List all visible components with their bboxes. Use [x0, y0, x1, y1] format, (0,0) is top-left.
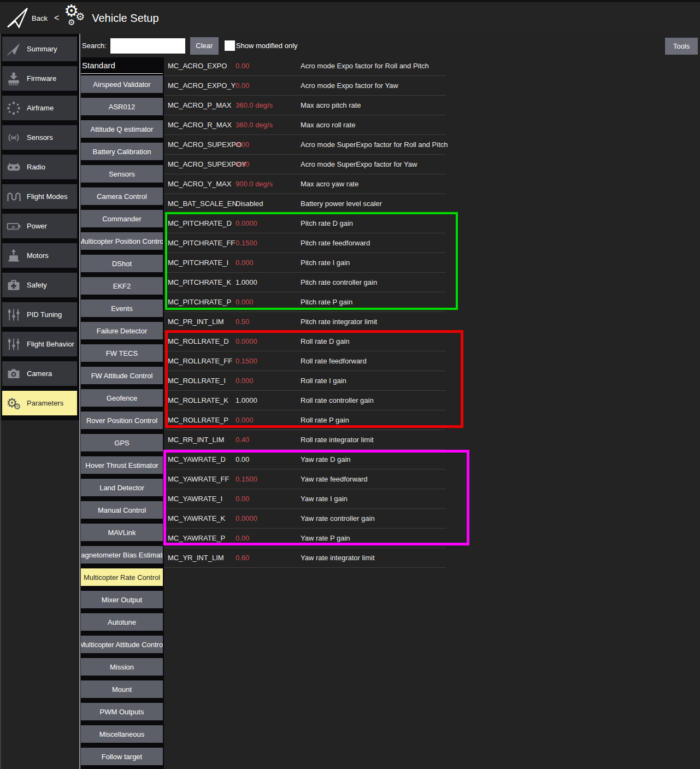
category-autotune[interactable]: Autotune	[81, 613, 163, 631]
category-events[interactable]: Events	[81, 300, 163, 317]
category-pwm-outputs[interactable]: PWM Outputs	[81, 703, 163, 720]
sidebar-item-safety[interactable]: Safety	[2, 273, 77, 297]
sidebar-item-flight-modes[interactable]: Flight Modes	[2, 184, 77, 209]
category-gps[interactable]: GPS	[81, 434, 163, 451]
parameter-row-mc-rollrate-ff[interactable]: MC_ROLLRATE_FF0.1500Roll rate feedforwar…	[164, 351, 446, 371]
parameter-name: MC_PITCHRATE_P	[168, 298, 236, 306]
clear-button[interactable]: Clear	[190, 37, 219, 55]
category-rover-position-control[interactable]: Rover Position Control	[81, 412, 163, 429]
search-input[interactable]	[110, 38, 185, 54]
parameter-row-mc-pitchrate-i[interactable]: MC_PITCHRATE_I0.000Pitch rate I gain	[164, 253, 446, 273]
parameter-name: MC_PITCHRATE_I	[168, 259, 236, 267]
parameter-row-mc-acro-expo-y[interactable]: MC_ACRO_EXPO_Y0.00Acro mode Expo factor …	[164, 76, 446, 96]
sidebar-item-radio[interactable]: Radio	[2, 155, 77, 179]
category-geofence[interactable]: Geofence	[81, 389, 163, 407]
parameter-value: 360.0 deg/s	[236, 121, 301, 129]
parameter-value: 1.0000	[236, 396, 301, 404]
parameter-search-bar: Search: Clear Show modified only Tools	[81, 34, 700, 57]
parameter-row-mc-rollrate-d[interactable]: MC_ROLLRATE_D0.0000Roll rate D gain	[164, 332, 446, 351]
parameter-row-mc-yr-int-lim[interactable]: MC_YR_INT_LIM0.60Yaw rate integrator lim…	[164, 548, 446, 568]
parameter-description: Yaw rate I gain	[301, 495, 348, 503]
category-fw-attitude-control[interactable]: FW Attitude Control	[81, 367, 163, 384]
category-sensors[interactable]: Sensors	[81, 165, 163, 183]
category-mount[interactable]: Mount	[81, 680, 163, 698]
parameter-row-mc-yawrate-ff[interactable]: MC_YAWRATE_FF0.1500Yaw rate feedforward	[164, 469, 446, 489]
parameter-row-mc-pitchrate-ff[interactable]: MC_PITCHRATE_FF0.1500Pitch rate feedforw…	[164, 233, 446, 253]
category-multicopter-attitude-control[interactable]: Multicopter Attitude Control	[81, 636, 163, 653]
parameter-description: Yaw rate feedforward	[301, 475, 368, 483]
vehicle-setup-gears-icon: ⚙⚙⚙	[63, 5, 87, 31]
category-ekf2[interactable]: EKF2	[81, 277, 163, 295]
category-mission[interactable]: Mission	[81, 658, 163, 676]
parameter-row-mc-yawrate-p[interactable]: MC_YAWRATE_P0.00Yaw rate P gain	[164, 529, 446, 548]
category-mixer-output[interactable]: Mixer Output	[81, 591, 163, 608]
category-dshot[interactable]: DShot	[81, 255, 163, 272]
sidebar-item-flight-behavior[interactable]: Flight Behavior	[2, 332, 77, 356]
parameter-row-mc-acro-supexpoy[interactable]: MC_ACRO_SUPEXPOY0.00Acro mode SuperExpo …	[164, 155, 446, 174]
category-mavlink[interactable]: MAVLink	[81, 524, 163, 541]
parameter-row-mc-bat-scale-en[interactable]: MC_BAT_SCALE_ENDisabledBattery power lev…	[164, 194, 446, 214]
parameter-row-mc-rollrate-i[interactable]: MC_ROLLRATE_I0.000Roll rate I gain	[164, 371, 446, 391]
power-icon	[4, 218, 23, 235]
category-attitude-q-estimator[interactable]: Attitude Q estimator	[81, 120, 163, 138]
category-battery-calibration[interactable]: Battery Calibration	[81, 143, 163, 160]
tools-button[interactable]: Tools	[665, 38, 698, 55]
sidebar-item-sensors[interactable]: Sensors	[2, 125, 77, 150]
sidebar-item-airframe[interactable]: Airframe	[2, 96, 77, 120]
category-airspeed-validator[interactable]: Airspeed Validator	[81, 75, 163, 93]
sidebar-item-label: PID Tuning	[27, 310, 62, 319]
category-camera-control[interactable]: Camera Control	[81, 187, 163, 205]
category-multicopter-rate-control[interactable]: Multicopter Rate Control	[81, 568, 163, 586]
parameter-row-mc-acro-y-max[interactable]: MC_ACRO_Y_MAX900.0 deg/sMax acro yaw rat…	[164, 174, 446, 194]
parameter-value: 0.1500	[236, 239, 301, 247]
parameter-description: Roll rate integrator limit	[301, 436, 374, 444]
category-multicopter-position-control[interactable]: Multicopter Position Control	[81, 232, 163, 250]
category-failure-detector[interactable]: Failure Detector	[81, 322, 163, 339]
sidebar-item-label: Summary	[27, 45, 57, 53]
flight-modes-icon	[4, 188, 23, 206]
category-hover-thrust-estimator[interactable]: Hover Thrust Estimator	[81, 456, 163, 474]
radio-icon	[4, 159, 23, 176]
parameter-name: MC_ACRO_EXPO	[168, 62, 236, 70]
sidebar-item-camera[interactable]: Camera	[2, 361, 77, 386]
parameter-row-mc-pr-int-lim[interactable]: MC_PR_INT_LIM0.50Pitch rate integrator l…	[164, 312, 446, 332]
parameter-description: Yaw rate P gain	[301, 534, 350, 542]
parameter-row-mc-acro-p-max[interactable]: MC_ACRO_P_MAX360.0 deg/sMax acro pitch r…	[164, 96, 446, 115]
parameter-row-mc-acro-supexpo[interactable]: MC_ACRO_SUPEXPO0.00Acro mode SuperExpo f…	[164, 135, 446, 155]
parameter-row-mc-yawrate-d[interactable]: MC_YAWRATE_D0.00Yaw rate D gain	[164, 450, 446, 469]
parameter-row-mc-acro-r-max[interactable]: MC_ACRO_R_MAX360.0 deg/sMax acro roll ra…	[164, 115, 446, 135]
category-commander[interactable]: Commander	[81, 210, 163, 227]
parameter-name: MC_ACRO_R_MAX	[168, 121, 236, 129]
category-asr012[interactable]: ASR012	[81, 98, 163, 115]
sidebar-item-parameters[interactable]: ⚙⚙Parameters	[2, 391, 77, 415]
parameter-value: 0.40	[236, 436, 301, 444]
sidebar-item-label: Parameters	[27, 399, 63, 407]
show-modified-checkbox[interactable]	[225, 40, 235, 51]
category-land-detector[interactable]: Land Detector	[81, 479, 163, 496]
sidebar-item-label: Sensors	[27, 133, 53, 142]
parameter-row-mc-pitchrate-p[interactable]: MC_PITCHRATE_P0.000Pitch rate P gain	[164, 292, 446, 312]
back-button[interactable]: Back	[32, 14, 48, 22]
category-miscellaneous[interactable]: Miscellaneous	[81, 725, 163, 743]
category-follow-target[interactable]: Follow target	[81, 748, 163, 765]
category-group-underline	[81, 73, 163, 74]
parameter-row-mc-pitchrate-k[interactable]: MC_PITCHRATE_K1.0000Pitch rate controlle…	[164, 273, 446, 292]
sidebar-item-firmware[interactable]: Firmware	[2, 66, 77, 91]
parameter-row-mc-pitchrate-d[interactable]: MC_PITCHRATE_D0.0000Pitch rate D gain	[164, 214, 446, 233]
parameter-row-mc-rollrate-p[interactable]: MC_ROLLRATE_P0.000Roll rate P gain	[164, 410, 446, 430]
parameter-description: Acro mode SuperExpo factor for Yaw	[301, 160, 417, 168]
category-manual-control[interactable]: Manual Control	[81, 501, 163, 519]
motors-icon	[4, 247, 23, 265]
category-fw-tecs[interactable]: FW TECS	[81, 344, 163, 362]
parameter-row-mc-rr-int-lim[interactable]: MC_RR_INT_LIM0.40Roll rate integrator li…	[164, 430, 446, 450]
sidebar-item-power[interactable]: Power	[2, 214, 77, 238]
sidebar-item-summary[interactable]: Summary	[2, 37, 77, 61]
sidebar-item-motors[interactable]: Motors	[2, 243, 77, 268]
parameter-row-mc-yawrate-i[interactable]: MC_YAWRATE_I0.00Yaw rate I gain	[164, 489, 446, 509]
parameter-name: MC_PITCHRATE_FF	[168, 239, 236, 247]
parameter-row-mc-rollrate-k[interactable]: MC_ROLLRATE_K1.0000Roll rate controller …	[164, 391, 446, 410]
category-magnetometer-bias-estimator[interactable]: Magnetometer Bias Estimator	[81, 546, 163, 563]
sidebar-item-pid-tuning[interactable]: PID Tuning	[2, 302, 77, 327]
parameter-row-mc-acro-expo[interactable]: MC_ACRO_EXPO0.00Acro mode Expo factor fo…	[164, 56, 446, 76]
parameter-row-mc-yawrate-k[interactable]: MC_YAWRATE_K0.0000Yaw rate controller ga…	[164, 509, 446, 529]
